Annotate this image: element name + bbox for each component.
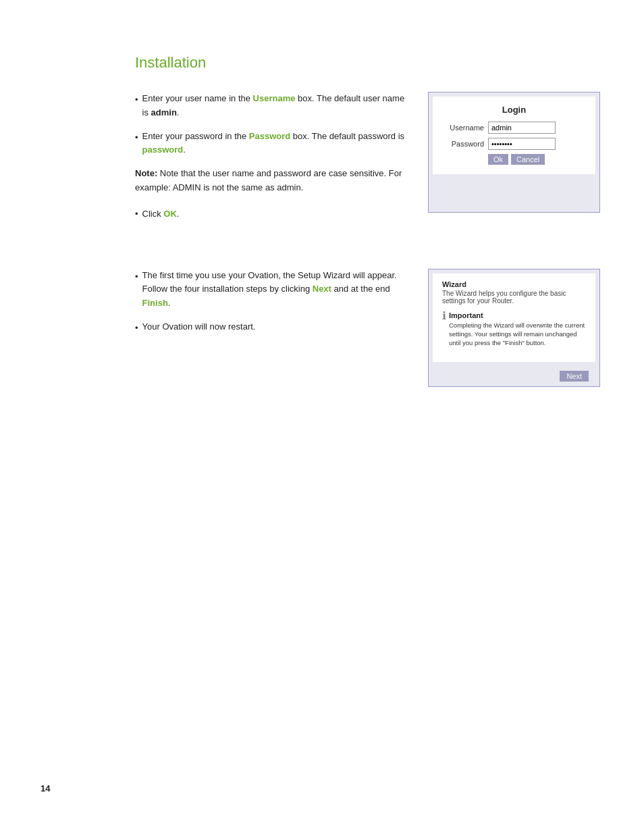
- note-label: Note:: [135, 168, 157, 178]
- bullet-dot-2: •: [135, 131, 138, 145]
- login-inner: Login Username Password Ok Cancel: [433, 97, 595, 174]
- bullet-wizard: • The first time you use your Ovation, t…: [135, 269, 408, 311]
- next-highlight: Next: [313, 284, 331, 294]
- bullet-username: • Enter your user name in the Username b…: [135, 92, 408, 120]
- password-input[interactable]: [488, 138, 556, 150]
- bullet-restart-text: Your Ovation will now restart.: [142, 320, 408, 334]
- wizard-inner: Wizard The Wizard helps you configure th…: [433, 273, 595, 363]
- wizard-widget: Wizard The Wizard helps you configure th…: [428, 269, 600, 388]
- wizard-instructions: • The first time you use your Ovation, t…: [135, 269, 408, 388]
- wizard-widget-container: Wizard The Wizard helps you configure th…: [428, 269, 603, 388]
- important-title: Important: [449, 311, 586, 319]
- section-title: Installation: [135, 54, 603, 72]
- password-row: Password: [444, 138, 585, 150]
- login-widget: Login Username Password Ok Cancel: [428, 92, 600, 213]
- bullet-dot-4: •: [135, 270, 138, 284]
- username-default: admin: [151, 107, 177, 118]
- cancel-button[interactable]: Cancel: [511, 154, 545, 165]
- password-highlight: Password: [249, 131, 290, 141]
- username-label: Username: [444, 124, 484, 132]
- bullet-wizard-text: The first time you use your Ovation, the…: [142, 269, 408, 311]
- important-text: Completing the Wizard will overwrite the…: [449, 321, 586, 348]
- click-ok-text: Click OK.: [142, 207, 180, 221]
- page-content: Installation • Enter your user name in t…: [0, 0, 644, 427]
- bullet-password: • Enter your password in the Password bo…: [135, 130, 408, 158]
- click-ok-item: • Click OK.: [135, 207, 408, 221]
- bullet-password-text: Enter your password in the Password box.…: [142, 130, 408, 158]
- login-buttons: Ok Cancel: [488, 154, 585, 165]
- note-section: Note: Note that the user name and passwo…: [135, 167, 408, 195]
- login-title: Login: [444, 105, 585, 115]
- ok-highlight: OK: [163, 209, 177, 219]
- login-footer: [429, 178, 599, 212]
- important-section: ℹ Important Completing the Wizard will o…: [442, 311, 586, 348]
- page-number: 14: [41, 783, 50, 793]
- important-content: Important Completing the Wizard will ove…: [449, 311, 586, 348]
- bullet-dot-3: •: [135, 207, 138, 221]
- username-highlight: Username: [253, 93, 296, 103]
- username-input[interactable]: [488, 122, 556, 134]
- ok-button[interactable]: Ok: [488, 154, 508, 165]
- bullet-dot-1: •: [135, 93, 138, 107]
- password-default: password: [142, 145, 184, 155]
- bullet-username-text: Enter your user name in the Username box…: [142, 92, 408, 120]
- bullet-dot-5: •: [135, 321, 138, 336]
- finish-highlight: Finish: [142, 298, 168, 308]
- bullet-restart: • Your Ovation will now restart.: [135, 320, 408, 336]
- login-section: • Enter your user name in the Username b…: [135, 92, 603, 249]
- login-widget-container: Login Username Password Ok Cancel: [428, 92, 603, 249]
- wizard-subtitle: The Wizard helps you configure the basic…: [442, 290, 586, 305]
- wizard-title: Wizard: [442, 280, 586, 288]
- password-label: Password: [444, 140, 484, 148]
- important-icon: ℹ: [442, 311, 446, 321]
- wizard-section: • The first time you use your Ovation, t…: [135, 269, 603, 388]
- next-button[interactable]: Next: [560, 371, 589, 382]
- login-instructions: • Enter your user name in the Username b…: [135, 92, 408, 249]
- note-body: Note that the user name and password are…: [135, 168, 402, 192]
- username-row: Username: [444, 122, 585, 134]
- wizard-footer: Next: [429, 366, 599, 386]
